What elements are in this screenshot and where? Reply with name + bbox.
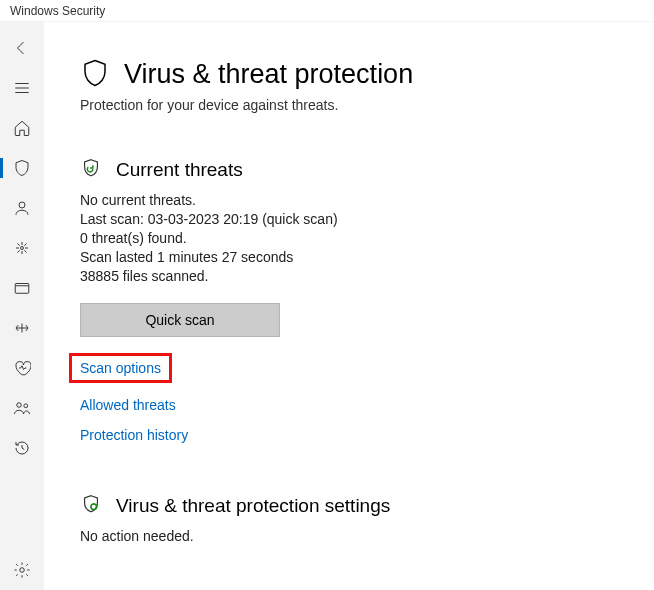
svg-point-0 [19,202,25,208]
protection-history-link[interactable]: Protection history [80,427,188,443]
nav-app-browser[interactable] [0,268,44,308]
nav-virus-threat[interactable] [0,148,44,188]
svg-rect-2 [15,284,29,294]
shield-icon [13,159,31,177]
threat-status: No current threats. [80,192,624,208]
scan-options-highlight: Scan options [69,353,172,383]
nav-home[interactable] [0,108,44,148]
settings-icon [13,561,31,579]
window-titlebar: Windows Security [0,0,654,22]
current-threats-heading: Current threats [116,159,243,181]
home-icon [13,119,31,137]
refresh-shield-icon [80,157,102,182]
settings-shield-icon [80,493,102,518]
app-browser-icon [13,279,31,297]
files-scanned: 38885 files scanned. [80,268,624,284]
nav-account[interactable] [0,188,44,228]
history-icon [13,439,31,457]
menu-icon [13,79,31,97]
svg-point-5 [20,568,25,573]
threats-found: 0 threat(s) found. [80,230,624,246]
svg-point-4 [24,404,28,408]
nav-back[interactable] [0,28,44,68]
nav-device-health[interactable] [0,348,44,388]
window-title: Windows Security [10,4,105,18]
family-icon [13,399,31,417]
nav-firewall[interactable] [0,228,44,268]
firewall-icon [13,239,31,257]
health-icon [13,359,31,377]
content-area: Virus & threat protection Protection for… [44,22,654,590]
nav-history[interactable] [0,428,44,468]
sidebar [0,22,44,590]
nav-menu[interactable] [0,68,44,108]
account-icon [13,199,31,217]
nav-settings[interactable] [0,550,44,590]
page-title: Virus & threat protection [124,59,413,90]
settings-heading: Virus & threat protection settings [116,495,390,517]
nav-family[interactable] [0,388,44,428]
scan-options-link[interactable]: Scan options [80,360,161,376]
quick-scan-button[interactable]: Quick scan [80,303,280,337]
back-icon [13,39,31,57]
shield-icon [80,58,110,91]
svg-point-1 [21,247,24,250]
nav-device-security[interactable] [0,308,44,348]
svg-point-3 [17,403,22,408]
last-scan-info: Last scan: 03-03-2023 20:19 (quick scan) [80,211,624,227]
allowed-threats-link[interactable]: Allowed threats [80,397,176,413]
device-security-icon [13,319,31,337]
page-subtitle: Protection for your device against threa… [80,97,624,113]
scan-duration: Scan lasted 1 minutes 27 seconds [80,249,624,265]
settings-status: No action needed. [80,528,624,544]
